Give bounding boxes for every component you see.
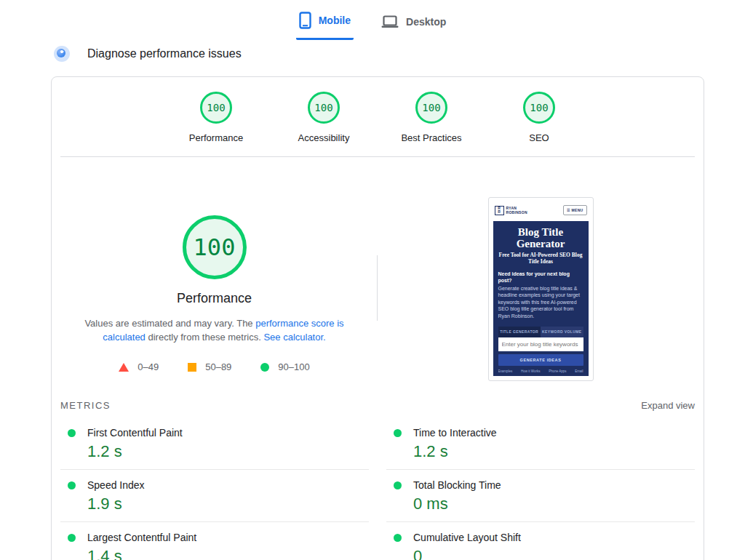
green-dot-icon xyxy=(394,481,402,489)
score-value: 100 xyxy=(422,102,440,113)
see-calculator-link[interactable]: See calculator. xyxy=(263,332,325,343)
metric-time-to-interactive: Time to Interactive 1.2 s xyxy=(386,427,695,470)
legend-range: 0–49 xyxy=(138,361,159,372)
diagnose-header: Diagnose performance issues xyxy=(54,46,745,62)
red-triangle-icon xyxy=(119,363,129,372)
score-value: 100 xyxy=(530,102,548,113)
score-label: Accessibility xyxy=(298,132,350,143)
score-value: 100 xyxy=(314,102,332,113)
score-seo[interactable]: 100 SEO xyxy=(503,92,575,143)
score-label: Best Practices xyxy=(401,132,461,143)
speedometer-icon xyxy=(54,46,70,62)
metric-label: Speed Index xyxy=(87,479,145,491)
tab-desktop-label: Desktop xyxy=(406,16,446,28)
score-gauge: 100 xyxy=(200,92,232,124)
legend-range: 50–89 xyxy=(205,361,231,372)
green-dot-icon xyxy=(68,429,76,437)
keywords-input xyxy=(498,337,583,351)
tab-desktop[interactable]: Desktop xyxy=(378,7,449,40)
metric-total-blocking-time: Total Blocking Time 0 ms xyxy=(386,479,695,522)
metric-value: 1.2 s xyxy=(413,442,695,461)
performance-summary: 100 Performance Values are estimated and… xyxy=(52,157,704,381)
metric-value: 1.4 s xyxy=(87,547,369,560)
page-screenshot-thumbnail[interactable]: RR RYANROBINSON ☰ MENU Blog Title Genera… xyxy=(488,197,594,381)
metric-label: Time to Interactive xyxy=(413,427,497,439)
score-label: SEO xyxy=(529,132,549,143)
legend-range: 90–100 xyxy=(278,361,309,372)
score-value: 100 xyxy=(207,102,225,113)
score-gauge: 100 xyxy=(523,92,555,124)
score-performance[interactable]: 100 Performance xyxy=(180,92,252,143)
green-dot-icon xyxy=(394,429,402,437)
category-scores-row: 100 Performance 100 Accessibility 100 Be… xyxy=(52,77,704,156)
hero-lead: Need ideas for your next blog post? xyxy=(498,271,583,284)
logo-text: RYANROBINSON xyxy=(506,206,527,215)
score-legend: 0–49 50–89 90–100 xyxy=(119,361,309,372)
green-dot-icon xyxy=(68,481,76,489)
device-tabs: Mobile Desktop xyxy=(0,0,745,40)
generate-ideas-button: GENERATE IDEAS xyxy=(498,354,583,366)
metric-cumulative-layout-shift: Cumulative Layout Shift 0 xyxy=(386,532,695,560)
metric-label: First Contentful Paint xyxy=(87,427,183,439)
metrics-section: METRICS Expand view First Contentful Pai… xyxy=(52,390,704,560)
ryan-robinson-logo: RR RYANROBINSON xyxy=(495,206,527,215)
score-gauge: 100 xyxy=(308,92,340,124)
hero-body-text: Generate creative blog title ideas & hea… xyxy=(498,285,583,320)
green-dot-icon xyxy=(68,534,76,542)
metric-label: Total Blocking Time xyxy=(413,479,501,491)
mobile-phone-icon xyxy=(299,12,311,29)
performance-gauge-section: 100 Performance Values are estimated and… xyxy=(52,157,377,381)
metric-value: 0 ms xyxy=(413,495,695,513)
generator-tabs: TITLE GENERATOR KEYWORD VOLUME xyxy=(498,327,583,337)
metric-value: 0 xyxy=(413,547,695,560)
logo-monogram: RR xyxy=(495,206,504,215)
metric-largest-contentful-paint: Largest Contentful Paint 1.4 s xyxy=(60,532,369,560)
legend-average: 50–89 xyxy=(188,361,231,372)
note-text: Values are estimated and may vary. The xyxy=(84,318,255,329)
screenshot-section: RR RYANROBINSON ☰ MENU Blog Title Genera… xyxy=(378,157,704,381)
metric-first-contentful-paint: First Contentful Paint 1.2 s xyxy=(60,427,369,470)
menu-button: ☰ MENU xyxy=(563,205,586,215)
score-best-practices[interactable]: 100 Best Practices xyxy=(395,92,468,143)
green-circle-icon xyxy=(260,363,269,372)
orange-square-icon xyxy=(188,363,196,372)
metrics-heading: METRICS xyxy=(60,400,111,411)
metrics-grid: First Contentful Paint 1.2 s Time to Int… xyxy=(60,427,695,560)
legend-pass: 90–100 xyxy=(260,361,309,372)
score-accessibility[interactable]: 100 Accessibility xyxy=(287,92,360,143)
tab-mobile[interactable]: Mobile xyxy=(296,7,354,40)
metric-value: 1.2 s xyxy=(87,442,369,461)
page-title: Diagnose performance issues xyxy=(87,47,242,60)
note-text: directly from these metrics. xyxy=(146,332,264,343)
green-dot-icon xyxy=(394,534,402,542)
legend-fail: 0–49 xyxy=(119,361,159,372)
metric-label: Largest Contentful Paint xyxy=(87,532,196,543)
screenshot-site-header: RR RYANROBINSON ☰ MENU xyxy=(493,202,589,221)
gauge-note: Values are estimated and may vary. The p… xyxy=(72,316,357,344)
performance-gauge: 100 xyxy=(183,215,247,279)
screenshot-hero: Blog Title Generator Free Tool for AI-Po… xyxy=(493,221,589,377)
metric-value: 1.9 s xyxy=(87,495,369,513)
metric-speed-index: Speed Index 1.9 s xyxy=(60,479,369,522)
tab-mobile-label: Mobile xyxy=(319,15,351,26)
hero-subtitle: Free Tool for AI-Powered SEO Blog Title … xyxy=(498,252,583,265)
keyword-volume-tab: KEYWORD VOLUME xyxy=(541,327,583,337)
performance-gauge-label: Performance xyxy=(177,291,252,306)
performance-gauge-value: 100 xyxy=(194,233,236,261)
score-gauge: 100 xyxy=(415,92,447,124)
footer-links: Examples How it Works Phone Apps Email xyxy=(498,369,583,373)
score-label: Performance xyxy=(189,132,243,143)
hero-title: Blog Title Generator xyxy=(498,226,583,249)
title-generator-tab: TITLE GENERATOR xyxy=(498,327,541,337)
expand-view-button[interactable]: Expand view xyxy=(641,400,695,411)
desktop-laptop-icon xyxy=(381,15,399,29)
lighthouse-report-card: 100 Performance 100 Accessibility 100 Be… xyxy=(51,76,704,560)
metric-label: Cumulative Layout Shift xyxy=(413,532,521,543)
